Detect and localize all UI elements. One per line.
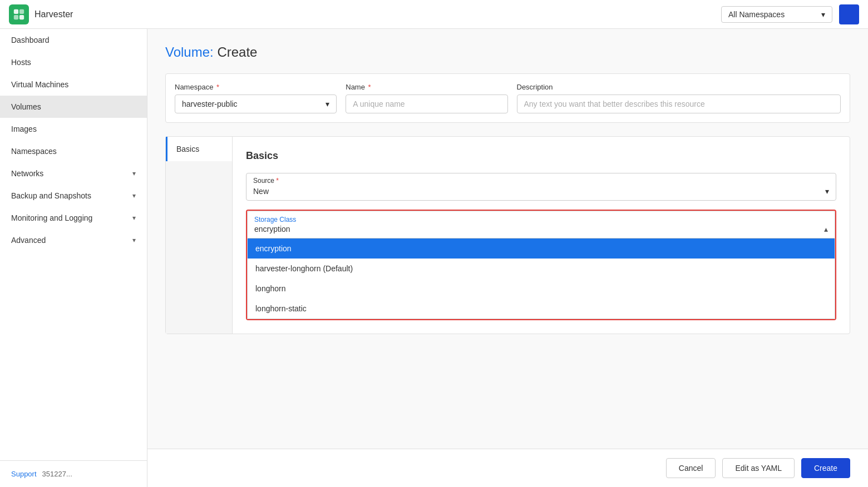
app-logo [9, 4, 29, 24]
sidebar-item-label-dashboard: Dashboard [11, 36, 136, 44]
form-fields-row: Namespace * harvester-public ▾ Name * [165, 73, 850, 123]
name-label: Name * [346, 83, 507, 91]
svg-rect-0 [14, 9, 18, 13]
source-label: Source * [246, 173, 836, 185]
tab-content-basics: Basics Source * New ▾ [233, 137, 850, 334]
sidebar-item-backup-snapshots[interactable]: Backup and Snapshots▾ [0, 185, 147, 207]
topbar-right: All Namespaces ▾ [721, 4, 859, 24]
page-title-prefix: Volume: [165, 44, 214, 59]
name-input[interactable] [346, 95, 507, 113]
namespace-chevron-icon: ▾ [326, 100, 329, 108]
sidebar-item-label-virtual-machines: Virtual Machines [11, 80, 136, 89]
chevron-right-icon: ▾ [132, 236, 136, 244]
page-title-suffix: Create [214, 44, 258, 59]
chevron-right-icon: ▾ [132, 214, 136, 222]
sidebar-item-namespaces[interactable]: Namespaces [0, 140, 147, 162]
namespace-select[interactable]: harvester-public ▾ [175, 95, 337, 113]
dropdown-option-harvester-longhorn[interactable]: harvester-longhorn (Default) [248, 259, 835, 279]
sidebar-item-label-volumes: Volumes [11, 102, 136, 111]
dropdown-option-encryption[interactable]: encryption [248, 238, 835, 259]
sidebar-item-volumes[interactable]: Volumes [0, 96, 147, 118]
page-title: Volume: Create [165, 44, 850, 60]
chevron-up-icon: ▴ [824, 225, 828, 233]
description-label: Description [517, 83, 841, 91]
sidebar-item-label-backup-snapshots: Backup and Snapshots [11, 191, 132, 200]
namespace-selector[interactable]: All Namespaces ▾ [721, 6, 832, 23]
namespace-selector-value: All Namespaces [728, 10, 785, 19]
basics-heading: Basics [246, 150, 836, 162]
namespace-label: Namespace * [175, 83, 337, 91]
storage-class-container: Storage Class encryption ▴ encryptionhar… [246, 210, 836, 320]
sidebar-item-label-monitoring-logging: Monitoring and Logging [11, 213, 132, 222]
storage-class-value-row: encryption ▴ [254, 225, 828, 233]
app-title: Harvester [34, 9, 73, 19]
sidebar-item-hosts[interactable]: Hosts [0, 51, 147, 73]
sidebar-item-label-advanced: Advanced [11, 236, 132, 245]
main-content: Volume: Create Namespace * harvester-pub… [147, 29, 868, 449]
source-value: New [253, 187, 269, 196]
footer-bar: Cancel Edit as YAML Create [147, 449, 868, 487]
create-button[interactable]: Create [801, 458, 850, 478]
tab-basics[interactable]: Basics [166, 137, 232, 161]
sidebar-item-label-namespaces: Namespaces [11, 147, 136, 156]
storage-class-dropdown: encryptionharvester-longhorn (Default)lo… [247, 238, 835, 319]
sidebar-item-images[interactable]: Images [0, 118, 147, 140]
topbar-left: Harvester [9, 4, 73, 24]
tabs-content-wrapper: Basics Basics Source * New ▾ [165, 136, 850, 334]
sidebar-item-dashboard[interactable]: Dashboard [0, 29, 147, 51]
chevron-right-icon: ▾ [132, 192, 136, 200]
sidebar-item-networks[interactable]: Networks▾ [0, 162, 147, 185]
user-avatar[interactable] [839, 4, 859, 24]
storage-class-label: Storage Class [254, 216, 828, 223]
sidebar-item-virtual-machines[interactable]: Virtual Machines [0, 73, 147, 96]
storage-class-header[interactable]: Storage Class encryption ▴ [247, 211, 835, 238]
storage-class-value: encryption [254, 225, 290, 233]
source-chevron-icon: ▾ [825, 187, 829, 196]
edit-yaml-button[interactable]: Edit as YAML [722, 458, 795, 478]
name-field: Name * [346, 83, 507, 113]
sidebar-item-label-networks: Networks [11, 169, 132, 178]
sidebar-footer: Support 351227... [0, 460, 147, 487]
cancel-button[interactable]: Cancel [666, 458, 716, 478]
chevron-down-icon: ▾ [821, 10, 825, 19]
chevron-right-icon: ▾ [132, 170, 136, 177]
sidebar: DashboardHostsVirtual MachinesVolumesIma… [0, 29, 147, 487]
dropdown-option-longhorn-static[interactable]: longhorn-static [248, 299, 835, 319]
source-field: Source * New ▾ [246, 173, 836, 201]
main-area: Volume: Create Namespace * harvester-pub… [147, 29, 868, 487]
sidebar-item-label-hosts: Hosts [11, 58, 136, 67]
source-select[interactable]: New ▾ [246, 185, 836, 200]
support-link[interactable]: Support [11, 470, 37, 478]
topbar: Harvester All Namespaces ▾ [0, 0, 868, 29]
sidebar-item-monitoring-logging[interactable]: Monitoring and Logging▾ [0, 207, 147, 229]
svg-rect-2 [14, 14, 18, 19]
sidebar-item-advanced[interactable]: Advanced▾ [0, 229, 147, 251]
sidebar-item-label-images: Images [11, 125, 136, 133]
namespace-select-value: harvester-public [182, 100, 238, 108]
description-input[interactable] [517, 95, 841, 113]
dropdown-option-longhorn[interactable]: longhorn [248, 279, 835, 299]
namespace-field: Namespace * harvester-public ▾ [175, 83, 337, 113]
version-label: 351227... [42, 470, 72, 478]
svg-rect-3 [19, 14, 24, 19]
svg-rect-1 [19, 9, 24, 13]
layout: DashboardHostsVirtual MachinesVolumesIma… [0, 29, 868, 487]
description-field: Description [517, 83, 841, 113]
tabs-sidebar: Basics [166, 137, 233, 334]
